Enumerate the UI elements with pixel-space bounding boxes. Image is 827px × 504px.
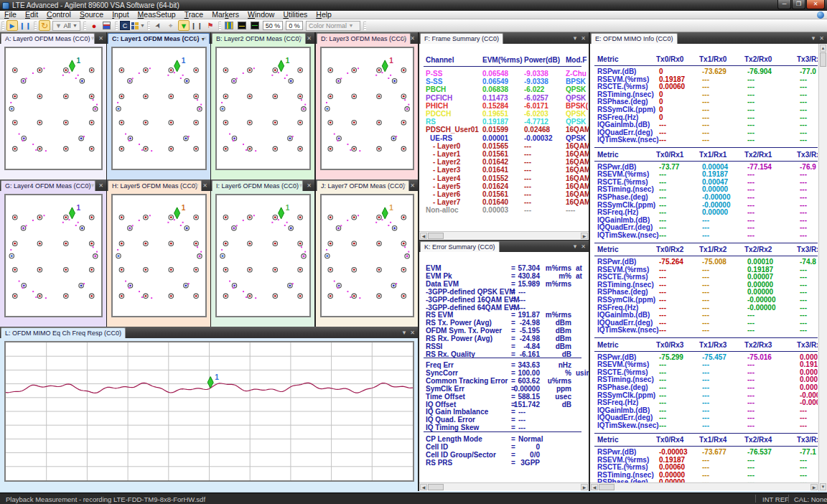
menu-window[interactable]: Window bbox=[243, 11, 279, 19]
menu-control[interactable]: Control bbox=[42, 11, 75, 19]
scroll-left-arrow[interactable]: ◀ bbox=[420, 233, 427, 239]
trace-green-button[interactable] bbox=[249, 20, 261, 31]
spectrum-icon-button[interactable] bbox=[223, 20, 235, 31]
panel-menu-icon[interactable]: ▾ bbox=[91, 34, 95, 42]
marker-peak-button[interactable]: ▼ bbox=[178, 20, 190, 31]
frame-summary-hscroll[interactable]: ◀▶ bbox=[419, 231, 589, 239]
pause-band-button[interactable]: ❙❙ bbox=[191, 20, 203, 31]
menu-markers[interactable]: Markers bbox=[207, 11, 243, 19]
panel-close-icon[interactable]: ✕ bbox=[307, 35, 312, 42]
mimo-block-end-line bbox=[594, 243, 818, 243]
tab-constellation-B[interactable]: B: Layer2 OFDM Meas (CC0) bbox=[212, 33, 306, 44]
scroll-left-arrow[interactable]: ◀ bbox=[591, 484, 598, 490]
menu-source[interactable]: Source bbox=[75, 11, 108, 19]
filter-select[interactable]: ▼ All ▼ bbox=[52, 21, 80, 31]
mimo-value: -75.299 bbox=[659, 354, 683, 361]
panel-menu-icon[interactable]: ▾ bbox=[574, 34, 577, 42]
menu-help[interactable]: Help bbox=[312, 11, 336, 19]
tab-freqresp-L[interactable]: L: OFDM MIMO Eq Ch Freq Resp (CC0) bbox=[1, 327, 126, 338]
record-button[interactable]: ● bbox=[88, 20, 100, 31]
error-summary-hscroll[interactable]: ◀▶ bbox=[419, 482, 589, 490]
panel-menu-icon[interactable]: ▾ bbox=[403, 182, 406, 189]
close-button[interactable]: ✕ bbox=[806, 0, 825, 9]
equals-sign: = bbox=[511, 424, 515, 431]
scroll-thumb[interactable] bbox=[599, 484, 615, 490]
panel-close-icon[interactable]: ✕ bbox=[581, 35, 586, 42]
channel-name: S-SS bbox=[426, 78, 442, 85]
menu-utilities[interactable]: Utilities bbox=[279, 11, 312, 19]
menu-trace[interactable]: Trace bbox=[180, 11, 207, 19]
scroll-thumb[interactable] bbox=[428, 484, 444, 490]
panel-menu-icon[interactable]: ▾ bbox=[403, 329, 406, 336]
scroll-thumb[interactable] bbox=[428, 233, 444, 239]
menu-meassetup[interactable]: MeasSetup bbox=[134, 11, 180, 19]
scroll-thumb[interactable] bbox=[820, 52, 826, 67]
tab-constellation-A[interactable]: A: Layer0 OFDM Meas (CC0) bbox=[1, 33, 95, 44]
panel-close-icon[interactable]: ✕ bbox=[307, 182, 312, 189]
tab-frame-summary[interactable]: F: Frame Summary (CC0) bbox=[420, 33, 503, 44]
restore-button[interactable]: ❐ bbox=[792, 0, 805, 9]
play-button[interactable]: ▶ bbox=[6, 20, 18, 31]
panel-close-icon[interactable]: ✕ bbox=[581, 243, 586, 250]
panel-close-icon[interactable]: ✕ bbox=[202, 182, 207, 189]
mimo-vscroll[interactable]: ▲▼ bbox=[818, 44, 827, 491]
tab-constellation-G[interactable]: G: Layer4 OFDM Meas (CC0) bbox=[1, 180, 95, 191]
panel-menu-icon[interactable]: ▾ bbox=[195, 182, 199, 189]
scale-field-2[interactable]: 0 % bbox=[286, 21, 303, 30]
menu-input[interactable]: Input bbox=[108, 11, 133, 19]
panel-close-icon[interactable]: ✕ bbox=[98, 35, 103, 42]
toolbar-drag-handle bbox=[147, 22, 150, 30]
mimo-metric-name: RSPwr.(dB) bbox=[597, 449, 636, 456]
pause-button[interactable]: ❙❙ bbox=[19, 20, 32, 31]
color-mode-select[interactable]: Color Normal ▼ bbox=[306, 21, 360, 31]
tab-constellation-J[interactable]: J: Layer7 OFDM Meas (CC0) bbox=[317, 180, 409, 191]
flag-marker-button[interactable]: ⚑ bbox=[205, 20, 216, 31]
mimo-value: --- bbox=[747, 472, 754, 479]
panel-menu-icon[interactable]: ▾ bbox=[299, 34, 303, 42]
trace-yellow-button[interactable] bbox=[236, 20, 248, 31]
scroll-right-arrow[interactable]: ▶ bbox=[581, 484, 588, 490]
panel-close-icon[interactable]: ✕ bbox=[202, 35, 207, 42]
scroll-up-arrow[interactable]: ▲ bbox=[820, 45, 826, 52]
restart-button[interactable]: ↻ bbox=[39, 20, 50, 31]
panel-menu-icon[interactable]: ▾ bbox=[195, 34, 199, 42]
panel-close-icon[interactable]: ✕ bbox=[98, 182, 103, 189]
tab-error-summary[interactable]: K: Error Summary (CC0) bbox=[420, 241, 500, 252]
carrier-button[interactable]: C bbox=[120, 21, 130, 30]
panel-body-constellation-J: 1 bbox=[316, 191, 418, 327]
tab-mimo-info[interactable]: E: OFDM MIMO Info (CC0) bbox=[591, 33, 678, 44]
error-value: -24.98 bbox=[487, 319, 540, 327]
tab-constellation-D[interactable]: D: Layer3 OFDM Meas (CC0) bbox=[317, 33, 411, 44]
scale-field-1[interactable]: 50 % bbox=[263, 21, 283, 30]
panel-menu-icon[interactable]: ▾ bbox=[299, 182, 303, 189]
help-globe-icon[interactable] bbox=[817, 11, 824, 19]
panel-menu-icon[interactable]: ▾ bbox=[403, 34, 406, 42]
error-unit: m%rms bbox=[544, 281, 571, 288]
mimo-value: --- bbox=[747, 83, 754, 90]
pointer-tool-button[interactable]: ➤ bbox=[152, 20, 164, 31]
tab-constellation-H[interactable]: H: Layer5 OFDM Meas (CC0) bbox=[108, 180, 202, 191]
panel-close-icon[interactable]: ✕ bbox=[410, 330, 415, 336]
tab-constellation-I[interactable]: I: Layer6 OFDM Meas (CC0) bbox=[212, 180, 303, 191]
panel-menu-icon[interactable]: ▾ bbox=[812, 34, 816, 42]
panel-close-icon[interactable]: ✕ bbox=[410, 182, 415, 189]
record-setup-button[interactable] bbox=[101, 20, 113, 31]
band-tool-button[interactable]: ⌖ bbox=[165, 20, 177, 31]
menu-edit[interactable]: Edit bbox=[21, 11, 42, 19]
panel-menu-icon[interactable]: ▾ bbox=[91, 182, 95, 189]
minimize-button[interactable]: ─ bbox=[777, 0, 791, 9]
evm-value: 0.01642 bbox=[482, 159, 508, 166]
error-unit: m%rms bbox=[544, 312, 571, 319]
panel-close-icon[interactable]: ✕ bbox=[410, 35, 415, 42]
scroll-down-arrow[interactable]: ▼ bbox=[820, 483, 826, 490]
scroll-right-arrow[interactable]: ▶ bbox=[581, 233, 588, 239]
panel-close-icon[interactable]: ✕ bbox=[819, 35, 824, 42]
mimo-hscroll[interactable]: ◀▶ bbox=[590, 482, 818, 490]
scroll-right-arrow[interactable]: ▶ bbox=[810, 484, 818, 490]
channel-name: PHICH bbox=[426, 103, 448, 110]
scroll-left-arrow[interactable]: ◀ bbox=[420, 484, 427, 490]
menu-file[interactable]: File bbox=[0, 11, 21, 19]
panel-menu-icon[interactable]: ▾ bbox=[574, 243, 577, 250]
layout-select-button[interactable]: ▼ bbox=[131, 20, 145, 31]
tab-title: I: Layer6 OFDM Meas (CC0) bbox=[216, 182, 299, 190]
